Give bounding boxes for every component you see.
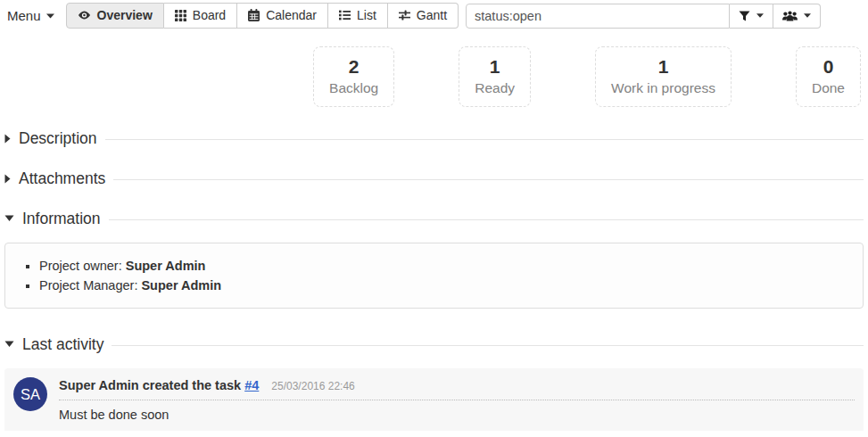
activity-title-text: Super Admin created the task	[59, 378, 241, 392]
task-link[interactable]: #4	[244, 378, 259, 392]
section-title: Information	[22, 210, 101, 227]
chevron-right-icon	[4, 134, 11, 144]
activity-event-title: Super Admin created the task #4 25/03/20…	[59, 378, 855, 400]
tab-label: Overview	[97, 8, 153, 22]
section-divider	[113, 179, 864, 180]
stat-box-backlog: 2 Backlog	[313, 46, 394, 107]
tab-label: List	[357, 8, 376, 22]
section-divider	[112, 345, 864, 346]
chevron-down-icon	[4, 341, 14, 348]
eye-icon	[78, 10, 91, 21]
menu-label: Menu	[7, 8, 41, 23]
calendar-icon	[248, 9, 260, 21]
filter-icon	[739, 11, 750, 21]
grid-icon	[175, 10, 186, 21]
caret-down-icon	[804, 13, 811, 18]
tab-label: Gantt	[417, 8, 447, 22]
stat-count: 1	[475, 55, 515, 78]
section-header-last-activity[interactable]: Last activity	[4, 335, 864, 353]
stat-label: Ready	[475, 80, 515, 96]
stat-box-ready: 1 Ready	[459, 46, 531, 107]
filter-dropdown-button[interactable]	[730, 4, 773, 29]
information-list: Project owner: Super Admin Project Manag…	[19, 256, 849, 295]
tab-board[interactable]: Board	[164, 3, 237, 29]
section-header-description[interactable]: Description	[4, 129, 864, 147]
search-input[interactable]	[466, 4, 730, 29]
caret-down-icon	[46, 13, 54, 19]
chevron-right-icon	[4, 174, 11, 184]
activity-event: SA Super Admin created the task #4 25/03…	[4, 368, 864, 431]
sliders-icon	[399, 10, 410, 21]
stat-count: 1	[611, 55, 715, 78]
stat-label: Work in progress	[611, 80, 715, 96]
stat-box-work-in-progress: 1 Work in progress	[595, 46, 732, 107]
section-title: Last activity	[22, 335, 103, 353]
stat-count: 0	[812, 55, 845, 78]
view-tabs: Overview Board	[66, 3, 459, 29]
stat-count: 2	[329, 55, 378, 78]
tab-overview[interactable]: Overview	[66, 3, 164, 29]
info-value: Super Admin	[126, 259, 206, 273]
section-header-attachments[interactable]: Attachments	[4, 169, 864, 187]
main-content: Description Attachments Information Proj…	[0, 129, 868, 431]
avatar: SA	[13, 377, 47, 411]
list-icon	[339, 10, 351, 21]
stat-label: Backlog	[329, 80, 378, 96]
tab-list[interactable]: List	[328, 3, 388, 29]
information-panel: Project owner: Super Admin Project Manag…	[4, 243, 864, 309]
section-title: Description	[19, 129, 97, 147]
tab-label: Board	[193, 8, 226, 22]
avatar-initials: SA	[21, 386, 40, 403]
filter-search-group	[466, 4, 821, 29]
activity-timestamp: 25/03/2016 22:46	[271, 380, 354, 392]
info-label: Project Manager:	[39, 278, 141, 293]
tab-gantt[interactable]: Gantt	[388, 3, 459, 29]
chevron-down-icon	[4, 215, 14, 222]
caret-down-icon	[756, 13, 764, 18]
column-stats: 2 Backlog 1 Ready 1 Work in progress 0 D…	[0, 46, 861, 107]
section-divider	[109, 219, 864, 220]
tab-calendar[interactable]: Calendar	[237, 3, 328, 29]
toolbar: Menu Overview Board	[0, 0, 868, 29]
activity-event-comment: Must be done soon	[59, 408, 855, 422]
section-divider	[105, 139, 864, 140]
info-label: Project owner:	[39, 259, 126, 273]
users-dropdown-button[interactable]	[773, 4, 821, 29]
info-value: Super Admin	[141, 278, 221, 293]
activity-event-content: Super Admin created the task #4 25/03/20…	[59, 376, 855, 423]
stat-label: Done	[812, 80, 845, 96]
stat-box-done: 0 Done	[796, 46, 861, 107]
users-icon	[782, 11, 798, 21]
list-item: Project Manager: Super Admin	[39, 276, 849, 295]
menu-dropdown[interactable]: Menu	[4, 4, 58, 28]
section-title: Attachments	[19, 169, 105, 187]
list-item: Project owner: Super Admin	[39, 256, 849, 276]
section-header-information[interactable]: Information	[4, 210, 864, 227]
tab-label: Calendar	[266, 8, 317, 22]
